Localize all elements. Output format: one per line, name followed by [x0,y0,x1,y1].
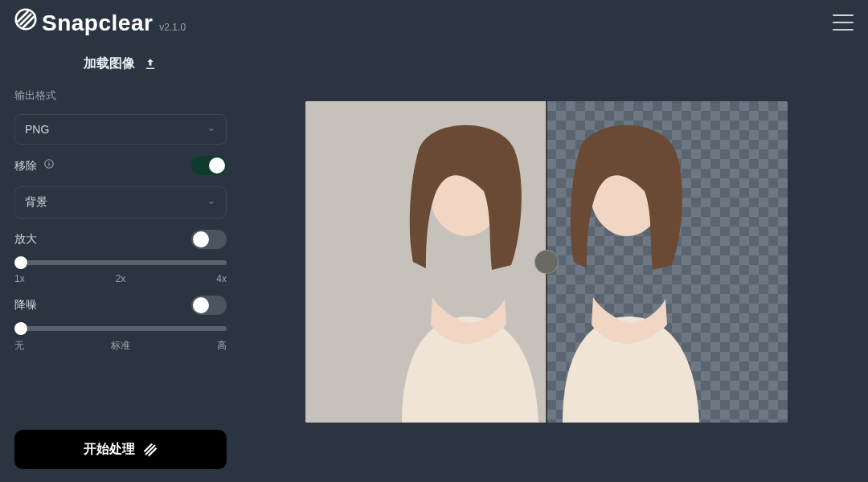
compare-handle[interactable] [534,250,559,274]
denoise-tick-none: 无 [14,339,24,353]
preview-original [305,101,547,423]
svg-line-1 [20,14,31,25]
remove-target-select[interactable]: 背景 [14,186,227,219]
upscale-tick-1x: 1x [14,273,25,284]
denoise-slider-thumb[interactable] [14,322,27,335]
upscale-label: 放大 [14,232,37,247]
info-icon [43,158,55,170]
app-name: Snapclear [42,10,153,36]
upscale-slider[interactable] [14,260,227,265]
logo-icon [14,8,37,31]
stripes-icon [143,443,158,457]
denoise-toggle[interactable] [191,296,227,315]
load-image-label: 加载图像 [84,55,135,72]
brand: Snapclear v2.1.0 [14,8,186,36]
denoise-tick-standard: 标准 [111,339,130,353]
upscale-tick-2x: 2x [116,273,126,284]
process-button-label: 开始处理 [84,441,135,458]
remove-toggle[interactable] [191,156,227,175]
preview-result [547,101,788,423]
output-format-value: PNG [25,123,49,136]
denoise-slider[interactable] [14,326,227,331]
denoise-tick-high: 高 [217,339,227,353]
upload-icon [143,57,158,71]
chevron-down-icon [207,198,216,207]
upscale-slider-thumb[interactable] [14,256,27,269]
app-version: v2.1.0 [159,22,186,33]
output-format-select[interactable]: PNG [14,114,227,145]
canvas-area [241,41,868,482]
remove-label: 移除 [14,158,55,174]
subject-original [305,101,547,423]
sidebar: 加载图像 输出格式 PNG 移除 背景 [0,41,241,482]
menu-button[interactable] [833,14,854,31]
upscale-toggle[interactable] [191,230,227,249]
upscale-tick-4x: 4x [216,273,227,284]
denoise-label: 降噪 [14,298,37,312]
chevron-down-icon [207,125,216,134]
remove-target-value: 背景 [25,195,47,210]
preview-compare[interactable] [305,101,788,423]
output-format-label: 输出格式 [14,88,227,103]
subject-cutout [547,101,788,423]
process-button[interactable]: 开始处理 [14,430,227,469]
app-logo [14,8,37,31]
load-image-button[interactable]: 加载图像 [14,49,227,77]
